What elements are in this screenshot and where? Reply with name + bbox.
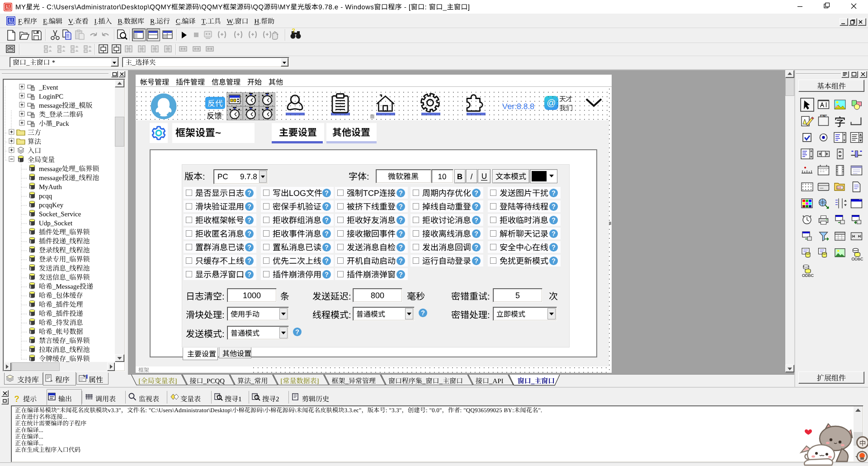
svg-text:DIF: DIF [837,186,842,189]
svg-text:CN: CN [821,114,826,118]
